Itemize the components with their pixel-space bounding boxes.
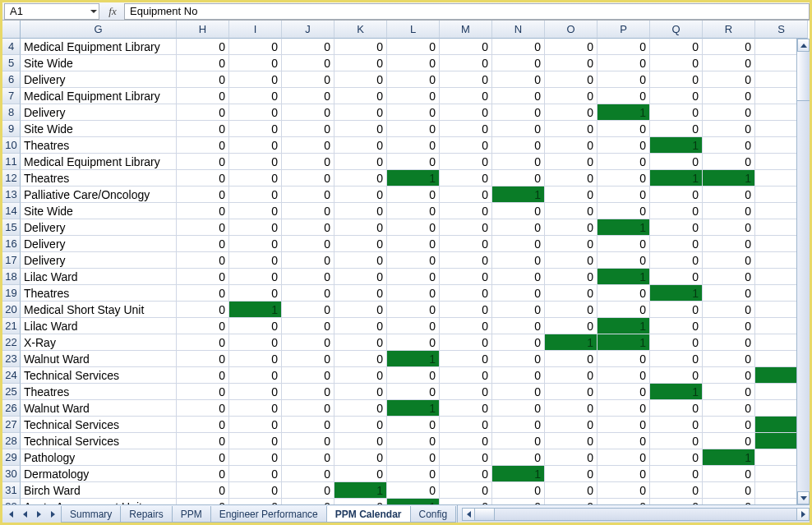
cell[interactable]: 0 <box>229 433 282 449</box>
cell[interactable]: 1 <box>492 466 545 482</box>
cell[interactable]: 0 <box>650 39 703 55</box>
cell[interactable]: 0 <box>703 417 755 433</box>
vertical-scroll-thumb[interactable] <box>797 52 810 101</box>
cell[interactable]: 0 <box>650 104 703 121</box>
cell[interactable]: 0 <box>282 71 334 88</box>
cell[interactable]: 0 <box>229 417 282 433</box>
cell[interactable]: 0 <box>334 302 387 318</box>
horizontal-scroll-track[interactable] <box>475 508 796 521</box>
cell[interactable]: 0 <box>650 482 703 499</box>
cell[interactable]: 0 <box>229 466 282 482</box>
cell[interactable]: 0 <box>597 302 650 318</box>
column-header[interactable]: O <box>545 21 597 39</box>
cell[interactable]: 0 <box>597 236 650 252</box>
cell[interactable]: 0 <box>387 482 440 499</box>
cell[interactable]: 0 <box>703 482 755 499</box>
cell[interactable]: 0 <box>492 203 545 219</box>
scroll-down-button[interactable] <box>797 491 810 504</box>
cell[interactable]: Technical Services <box>21 367 177 384</box>
cell[interactable]: 0 <box>229 351 282 367</box>
row-header[interactable]: 15 <box>2 219 21 236</box>
cell[interactable]: 0 <box>282 269 334 285</box>
cell[interactable]: 0 <box>650 367 703 384</box>
row-header[interactable]: 13 <box>2 187 21 203</box>
cell[interactable]: Birch Ward <box>21 482 177 499</box>
cell[interactable]: 0 <box>492 269 545 285</box>
cell[interactable]: 0 <box>492 219 545 236</box>
cell[interactable]: 0 <box>545 55 597 71</box>
cell[interactable]: 0 <box>229 71 282 88</box>
cell[interactable]: 0 <box>229 269 282 285</box>
cell[interactable]: 0 <box>334 269 387 285</box>
cell[interactable]: 0 <box>334 285 387 302</box>
cell[interactable]: 1 <box>229 302 282 318</box>
cell[interactable]: 0 <box>703 499 755 504</box>
cell[interactable]: 0 <box>440 285 492 302</box>
row-header[interactable]: 11 <box>2 154 21 170</box>
cell[interactable]: 0 <box>177 367 229 384</box>
cell[interactable]: Pathology <box>21 449 177 466</box>
cell[interactable]: 0 <box>282 417 334 433</box>
cell[interactable]: 0 <box>597 466 650 482</box>
cell[interactable]: 0 <box>703 88 755 104</box>
cell[interactable]: 0 <box>703 104 755 121</box>
cell[interactable]: 0 <box>650 187 703 203</box>
cell[interactable]: 0 <box>282 170 334 187</box>
cell[interactable]: 0 <box>229 219 282 236</box>
cell[interactable]: 0 <box>650 236 703 252</box>
cell[interactable]: 0 <box>440 499 492 504</box>
cell[interactable]: 0 <box>282 187 334 203</box>
cell[interactable]: 0 <box>703 219 755 236</box>
cell[interactable]: 0 <box>334 252 387 269</box>
cell[interactable]: 0 <box>440 433 492 449</box>
tab-first-button[interactable] <box>4 508 17 521</box>
cell[interactable]: 0 <box>650 203 703 219</box>
cell[interactable]: 0 <box>545 154 597 170</box>
cell[interactable]: Medical Equipment Library <box>21 154 177 170</box>
cell[interactable]: 0 <box>282 154 334 170</box>
cell[interactable]: 0 <box>334 170 387 187</box>
cell[interactable]: Theatres <box>21 170 177 187</box>
cell[interactable]: 0 <box>229 400 282 417</box>
cell[interactable]: Medical Short Stay Unit <box>21 302 177 318</box>
cell[interactable]: 0 <box>492 433 545 449</box>
sheet-tab[interactable]: PPM <box>172 506 211 523</box>
cell[interactable]: 0 <box>703 351 755 367</box>
cell[interactable]: Theatres <box>21 384 177 400</box>
cell[interactable]: 0 <box>177 203 229 219</box>
row-header[interactable]: 22 <box>2 334 21 351</box>
cell[interactable]: 0 <box>650 466 703 482</box>
cell[interactable]: 0 <box>229 137 282 154</box>
cell[interactable]: 0 <box>545 252 597 269</box>
cell[interactable]: 0 <box>597 417 650 433</box>
cell[interactable]: 0 <box>650 433 703 449</box>
cell[interactable]: 0 <box>282 121 334 137</box>
select-all-corner[interactable] <box>2 21 21 39</box>
column-header[interactable]: M <box>440 21 492 39</box>
column-header[interactable]: P <box>597 21 650 39</box>
cell[interactable]: 0 <box>492 71 545 88</box>
cell[interactable]: 0 <box>334 71 387 88</box>
column-header[interactable]: L <box>387 21 440 39</box>
cell[interactable]: 0 <box>334 433 387 449</box>
cell[interactable]: 0 <box>545 318 597 334</box>
cell[interactable]: 0 <box>282 433 334 449</box>
cell[interactable]: 0 <box>650 219 703 236</box>
formula-input[interactable]: Equipment No <box>124 3 810 20</box>
cell[interactable]: 0 <box>334 466 387 482</box>
cell[interactable]: 0 <box>597 252 650 269</box>
cell[interactable]: 0 <box>334 121 387 137</box>
cell[interactable]: 0 <box>387 334 440 351</box>
cell[interactable]: 1 <box>387 400 440 417</box>
cell[interactable]: 0 <box>229 482 282 499</box>
row-header[interactable]: 7 <box>2 88 21 104</box>
cell[interactable]: 0 <box>440 55 492 71</box>
cell[interactable]: Site Wide <box>21 121 177 137</box>
cell[interactable]: 0 <box>387 417 440 433</box>
cell[interactable]: 0 <box>545 482 597 499</box>
cell[interactable]: 0 <box>650 71 703 88</box>
cell[interactable]: 0 <box>177 55 229 71</box>
row-header[interactable]: 6 <box>2 71 21 88</box>
column-header[interactable]: J <box>282 21 334 39</box>
column-header[interactable]: G <box>21 21 177 39</box>
